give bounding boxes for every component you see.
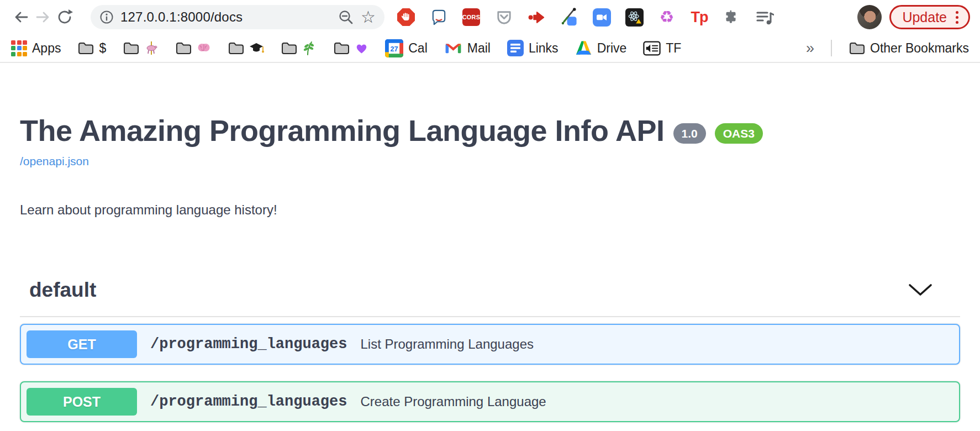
bookmark-label: Other Bookmarks <box>870 41 969 56</box>
tp-badge: Tp <box>691 9 708 26</box>
chat-bubble-icon <box>430 8 448 27</box>
herb-icon <box>302 41 317 55</box>
browser-toolbar: 127.0.0.1:8000/docs ☆ <box>0 0 980 34</box>
bookmark-folder-purple-heart[interactable] <box>333 41 368 55</box>
bookmark-tf[interactable]: TF <box>643 41 681 56</box>
operation-path: /programming_languages <box>150 393 347 410</box>
bookmark-apps[interactable]: Apps <box>11 40 61 56</box>
chat-bubble-extension-icon[interactable] <box>429 8 448 27</box>
reload-icon <box>56 8 74 26</box>
folder-icon <box>123 41 139 55</box>
api-title-row: The Amazing Programming Language Info AP… <box>20 114 960 147</box>
tp-extension-icon[interactable]: Tp <box>690 8 709 27</box>
update-button[interactable]: Update <box>889 5 970 29</box>
address-bar[interactable]: 127.0.0.1:8000/docs ☆ <box>91 5 384 29</box>
color-picker-extension-icon[interactable] <box>560 8 578 27</box>
forward-arrow-icon <box>34 8 52 26</box>
playlist-music-icon <box>755 8 774 26</box>
operation-path: /programming_languages <box>150 336 347 353</box>
bookmark-mail[interactable]: Mail <box>444 41 491 56</box>
api-description: Learn about programming language history… <box>20 202 960 218</box>
recycle-extension-icon[interactable]: ♻ <box>657 8 676 27</box>
overflow-chevron-icon: » <box>806 40 814 57</box>
google-drive-icon <box>575 40 592 56</box>
folder-icon <box>77 41 94 55</box>
eyedropper-icon <box>560 7 578 28</box>
profile-avatar[interactable] <box>857 5 882 29</box>
folder-icon <box>333 41 350 55</box>
media-queue-extension-icon[interactable] <box>755 8 774 27</box>
red-arrow-icon <box>527 8 546 27</box>
bookmark-drive[interactable]: Drive <box>575 40 627 56</box>
camera-glyph <box>595 10 608 24</box>
react-devtools-extension-icon[interactable] <box>625 8 644 27</box>
back-arrow-icon <box>12 8 30 26</box>
cors-badge: CORS <box>462 8 480 26</box>
bookmark-label: $ <box>99 41 106 56</box>
chevron-down-icon[interactable] <box>908 283 932 297</box>
bookmark-label: Mail <box>467 41 491 56</box>
page-title: The Amazing Programming Language Info AP… <box>20 114 665 147</box>
operation-get-programming-languages[interactable]: GET /programming_languages List Programm… <box>20 324 960 365</box>
folder-icon <box>281 41 297 55</box>
bookmark-label: Drive <box>597 41 627 56</box>
bookmark-label: Apps <box>32 41 61 56</box>
bookmark-links[interactable]: Links <box>507 40 559 56</box>
extensions-strip: CORS <box>397 8 774 27</box>
page-info-icon[interactable] <box>99 10 114 24</box>
graduation-cap-icon <box>249 41 264 55</box>
video-camera-extension-icon[interactable] <box>592 8 611 27</box>
bookmark-folder-graduation[interactable] <box>228 41 264 55</box>
openapi-json-link[interactable]: /openapi.json <box>20 155 89 168</box>
pocket-extension-icon[interactable] <box>494 8 513 27</box>
atom-icon <box>626 10 642 24</box>
extensions-puzzle-icon[interactable] <box>723 8 741 27</box>
hand-glyph <box>400 11 412 23</box>
bookmark-calendar[interactable]: 27 Cal <box>385 39 428 57</box>
bookmark-folder-carousel-horse[interactable] <box>123 41 159 55</box>
update-label: Update <box>902 9 947 25</box>
brain-icon <box>197 41 211 55</box>
cors-extension-icon[interactable]: CORS <box>462 8 481 27</box>
browser-window: 127.0.0.1:8000/docs ☆ <box>0 0 980 431</box>
bookmark-folder-brain[interactable] <box>175 41 211 55</box>
gmail-icon <box>444 41 462 55</box>
google-calendar-icon: 27 <box>385 39 403 57</box>
bookmark-folder-dollar[interactable]: $ <box>77 41 106 56</box>
oas3-badge: OAS3 <box>715 123 763 144</box>
bookmark-label: TF <box>666 41 681 56</box>
folder-icon <box>175 41 192 55</box>
method-badge-post: POST <box>27 388 137 416</box>
reload-button[interactable] <box>54 6 76 28</box>
blue-doc-icon <box>507 40 524 56</box>
operation-post-programming-languages[interactable]: POST /programming_languages Create Progr… <box>20 381 960 422</box>
url-text[interactable]: 127.0.0.1:8000/docs <box>120 9 331 25</box>
forward-button[interactable] <box>32 6 54 28</box>
bookmarks-divider <box>831 40 832 56</box>
folder-icon <box>228 41 244 55</box>
puzzle-icon <box>723 8 741 26</box>
bookmark-folder-herb[interactable] <box>281 41 317 55</box>
stop-hand-extension-icon[interactable] <box>397 8 415 27</box>
method-badge-get: GET <box>27 330 137 358</box>
section-default-header[interactable]: default <box>20 278 960 317</box>
bookmarks-overflow-chevron[interactable]: » <box>806 40 814 57</box>
section-title: default <box>29 278 96 302</box>
browser-menu-icon[interactable] <box>955 10 960 25</box>
apps-grid-icon <box>11 40 27 56</box>
carousel-horse-icon <box>144 41 159 55</box>
bookmarks-bar: Apps $ <box>0 34 980 63</box>
operation-summary: List Programming Languages <box>360 337 534 352</box>
calendar-day: 27 <box>391 45 398 52</box>
folder-icon <box>849 41 865 55</box>
bookmark-star-icon[interactable]: ☆ <box>361 9 376 25</box>
back-button[interactable] <box>10 6 32 28</box>
zoom-out-icon[interactable] <box>338 9 354 25</box>
bookmark-other-bookmarks[interactable]: Other Bookmarks <box>849 41 969 56</box>
version-badge: 1.0 <box>673 123 706 144</box>
bookmark-label: Links <box>529 41 559 56</box>
swagger-docs-page: The Amazing Programming Language Info AP… <box>0 114 980 422</box>
share-arrow-extension-icon[interactable] <box>527 8 546 27</box>
speaker-card-icon <box>643 41 661 56</box>
recycle-glyph: ♻ <box>660 9 675 25</box>
